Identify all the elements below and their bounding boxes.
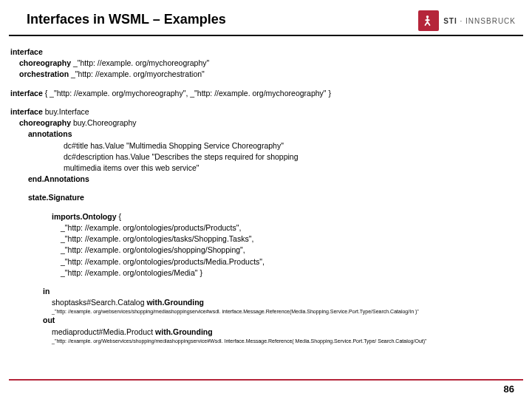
kw-with-grounding: with.Grounding (155, 327, 213, 336)
import-line: _"http: //example. org/ontologies/tasks/… (10, 233, 522, 245)
footer-rule (9, 379, 523, 381)
in-item: shoptasks#Search.Catalog (52, 298, 146, 307)
interface-set: { _"http: //example. org/mychoreography"… (43, 89, 331, 98)
kw-with-grounding: with.Grounding (146, 298, 204, 307)
kw-state-signature: state.Signature (28, 193, 84, 202)
out-grounding-uri: _"http: //example. org/Webservices/shopp… (10, 338, 522, 344)
in-grounding-uri: _"http: //example. org/webservices/shopp… (10, 308, 522, 315)
out-item: mediaproduct#Media.Product (52, 327, 155, 336)
example-block-3: interface buy.Interface choreography buy… (10, 106, 522, 185)
kw-annotations: annotations (28, 129, 72, 138)
kw-orchestration: orchestration (19, 69, 69, 78)
kw-interface: interface (10, 107, 43, 116)
imports-block: imports.Ontology { _"http: //example. or… (10, 211, 522, 279)
page-number: 86 (0, 383, 532, 395)
state-signature: state.Signature (10, 192, 522, 203)
import-line: _"http: //example. org/ontologies/Media"… (10, 267, 522, 279)
brand-logo: STI · INNSBRUCK (418, 10, 516, 31)
annotation-line: multimedia items over this web service" (10, 163, 522, 174)
kw-choreography: choreography (19, 58, 71, 67)
svg-point-0 (426, 16, 429, 18)
chor-name: buy.Choreography (71, 118, 137, 127)
import-line: _"http: //example. org/ontologies/shoppi… (10, 245, 522, 256)
annotation-line: dc#description has.Value "Describes the … (10, 151, 522, 163)
chor-uri: _"http: //example. org/mychoreography" (71, 58, 209, 67)
kw-end-annotations: end.Annotations (28, 174, 89, 183)
import-line: _"http: //example. org/ontologies/produc… (10, 222, 522, 233)
footer: 86 (0, 379, 532, 395)
kw-choreography: choreography (19, 118, 71, 127)
header-rule (9, 35, 523, 36)
kw-imports-ontology: imports.Ontology (52, 212, 117, 221)
brace-open: { (117, 212, 121, 221)
kw-interface: interface (10, 47, 43, 56)
in-block: in shoptasks#Search.Catalog with.Groundi… (10, 286, 522, 344)
example-block-2: interface { _"http: //example. org/mycho… (10, 88, 522, 99)
annotation-line: dc#title has.Value "Multimedia Shopping … (10, 140, 522, 151)
kw-in: in (43, 287, 50, 296)
orch-uri: _"http: //example. org/myorchestration" (69, 69, 205, 78)
example-block-1: interface choreography _"http: //example… (10, 47, 522, 81)
brand-text: STI · INNSBRUCK (443, 17, 516, 25)
kw-interface: interface (10, 89, 43, 98)
iface-name: buy.Interface (43, 107, 89, 116)
kw-out: out (43, 316, 55, 324)
logo-icon (418, 10, 439, 31)
slide-body: interface choreography _"http: //example… (0, 42, 532, 344)
import-line: _"http: //example. org/ontologies/produc… (10, 256, 522, 267)
